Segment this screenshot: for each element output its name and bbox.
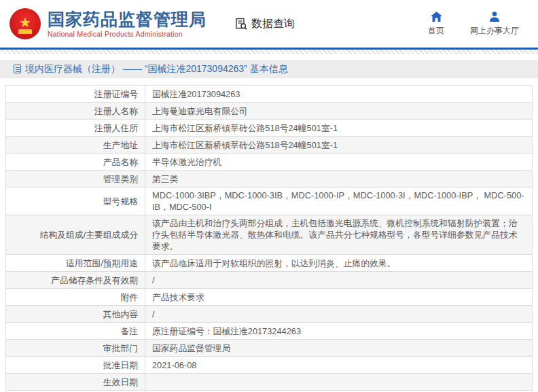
nav-service-hall-label: 网上办事大厅 bbox=[470, 25, 519, 37]
site-header: ★ 国家药品监督管理局 National Medical Products Ad… bbox=[0, 0, 538, 48]
field-label: 批准日期 bbox=[6, 357, 145, 374]
field-label: 其他内容 bbox=[6, 306, 145, 323]
table-row: 结构及组成/主要组成成分该产品由主机和治疗头两部分组成，主机包括激光电源系统、微… bbox=[6, 215, 533, 255]
table-row: 型号规格MDC-1000-3IBP，MDC-1000-3IB，MDC-1000-… bbox=[6, 188, 533, 215]
table-row: 生效日期 bbox=[6, 374, 533, 391]
page-title-bar: 境内医疗器械（注册） —— “国械注准20173094263” 基本信息 bbox=[0, 60, 538, 78]
table-row: 注册人名称上海曼迪森光电有限公司 bbox=[6, 103, 533, 120]
registration-info-section: 注册证编号国械注准20173094263注册人名称上海曼迪森光电有限公司注册人住… bbox=[0, 78, 538, 392]
top-nav: 首页 网上办事大厅 bbox=[428, 12, 528, 37]
field-label: 适用范围/预期用途 bbox=[6, 255, 145, 272]
table-row: 其他内容/ bbox=[6, 306, 533, 323]
table-row: 备注原注册证编号：国械注准20173244263 bbox=[6, 323, 533, 340]
field-label: 注册人名称 bbox=[6, 103, 145, 120]
field-value: 半导体激光治疗机 bbox=[145, 154, 533, 171]
table-row: 审批部门国家药品监督管理局 bbox=[6, 340, 533, 357]
field-value: 2021-06-08 bbox=[145, 357, 533, 374]
field-label: 产品储存条件及有效期 bbox=[6, 272, 145, 289]
table-row: 管理类别第三类 bbox=[6, 171, 533, 188]
national-emblem-icon: ★ bbox=[10, 8, 41, 39]
field-label: 生产地址 bbox=[6, 137, 145, 154]
field-label: 管理类别 bbox=[6, 171, 145, 188]
table-row: 注册人住所上海市松江区新桥镇莘砖公路518号24幢501室-1 bbox=[6, 120, 533, 137]
field-value: 第三类 bbox=[145, 171, 533, 188]
field-label: 生效日期 bbox=[6, 374, 145, 391]
field-label: 备注 bbox=[6, 323, 145, 340]
registration-info-table: 注册证编号国械注准20173094263注册人名称上海曼迪森光电有限公司注册人住… bbox=[5, 85, 533, 392]
data-query-label: 数据查询 bbox=[251, 17, 295, 31]
org-name-cn: 国家药品监督管理局 bbox=[48, 10, 207, 29]
table-row: 批准日期2021-06-08 bbox=[6, 357, 533, 374]
document-icon bbox=[14, 65, 21, 73]
nav-home-label: 首页 bbox=[428, 25, 444, 37]
field-value bbox=[145, 374, 533, 391]
org-name-en: National Medical Products Administration bbox=[48, 30, 207, 38]
hatch-strip bbox=[0, 50, 538, 54]
field-value: MDC-1000-3IBP，MDC-1000-3IB，MDC-1000-IP，M… bbox=[145, 188, 533, 215]
document-search-icon bbox=[235, 18, 248, 31]
field-value: 该产品临床适用于对软组织的照射，以达到消炎、止痛的效果。 bbox=[145, 255, 533, 272]
field-label: 型号规格 bbox=[6, 188, 145, 215]
field-label: 附件 bbox=[6, 289, 145, 306]
field-value: / bbox=[145, 306, 533, 323]
home-icon bbox=[431, 12, 442, 22]
table-row: 附件产品技术要求 bbox=[6, 289, 533, 306]
page-title: 境内医疗器械（注册） —— “国械注准20173094263” 基本信息 bbox=[25, 63, 288, 75]
field-value: 上海市松江区新桥镇莘砖公路518号24幢501室-1 bbox=[145, 120, 533, 137]
table-row: 注册证编号国械注准20173094263 bbox=[6, 86, 533, 103]
table-row: 生产地址上海市松江区新桥镇莘砖公路518号24幢501室-1 bbox=[6, 137, 533, 154]
field-value: 上海市松江区新桥镇莘砖公路518号24幢501室-1 bbox=[145, 137, 533, 154]
field-value: 上海曼迪森光电有限公司 bbox=[145, 103, 533, 120]
field-label: 注册人住所 bbox=[6, 120, 145, 137]
field-value: 国械注准20173094263 bbox=[145, 86, 533, 103]
nmpa-logo[interactable]: ★ 国家药品监督管理局 National Medical Products Ad… bbox=[10, 8, 207, 39]
user-icon bbox=[489, 12, 500, 22]
field-label: 结构及组成/主要组成成分 bbox=[6, 215, 145, 255]
nav-home[interactable]: 首页 bbox=[428, 12, 444, 37]
field-label: 审批部门 bbox=[6, 340, 145, 357]
field-value: 原注册证编号：国械注准20173244263 bbox=[145, 323, 533, 340]
field-value: 该产品由主机和治疗头两部分组成，主机包括激光电源系统、微机控制系统和辐射防护装置… bbox=[145, 215, 533, 255]
field-value: 产品技术要求 bbox=[145, 289, 533, 306]
field-value: / bbox=[145, 272, 533, 289]
field-label: 注册证编号 bbox=[6, 86, 145, 103]
table-row: 产品名称半导体激光治疗机 bbox=[6, 154, 533, 171]
table-row: 产品储存条件及有效期/ bbox=[6, 272, 533, 289]
table-row: 适用范围/预期用途该产品临床适用于对软组织的照射，以达到消炎、止痛的效果。 bbox=[6, 255, 533, 272]
field-label: 产品名称 bbox=[6, 154, 145, 171]
nav-service-hall[interactable]: 网上办事大厅 bbox=[470, 12, 519, 37]
data-query-tab[interactable]: 数据查询 bbox=[235, 17, 295, 31]
field-value: 国家药品监督管理局 bbox=[145, 340, 533, 357]
